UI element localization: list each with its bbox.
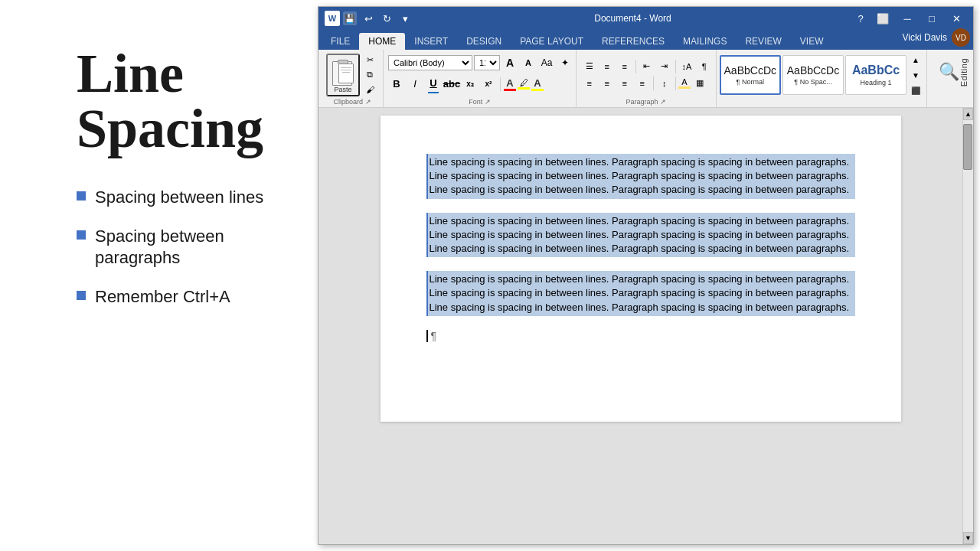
tab-page-layout[interactable]: PAGE LAYOUT <box>511 33 593 50</box>
paste-icon <box>331 57 355 86</box>
styles-scroll-up-button[interactable]: ▲ <box>908 53 923 67</box>
decrease-font-button[interactable]: A <box>520 54 537 71</box>
title-bar: W 💾 ↩ ↻ ▾ Document4 - Word ? ⬜ ─ □ ✕ <box>318 7 973 30</box>
tab-insert[interactable]: INSERT <box>405 33 457 50</box>
font-size-selector[interactable]: 11 <box>474 55 500 70</box>
style-heading1-button[interactable]: AaBbCc Heading 1 <box>845 55 906 95</box>
tab-design[interactable]: DESIGN <box>457 33 511 50</box>
subscript-button[interactable]: x₂ <box>462 76 479 93</box>
minimize-button[interactable]: ─ <box>897 10 918 27</box>
multilevel-button[interactable]: ≡ <box>616 59 633 74</box>
underline-button[interactable]: U <box>425 74 442 91</box>
redo-button[interactable]: ↻ <box>378 10 395 27</box>
cursor-paragraph-marker: ¶ <box>431 330 437 342</box>
tab-home[interactable]: HOME <box>359 33 405 50</box>
close-button[interactable]: ✕ <box>946 10 967 27</box>
scrollbar[interactable]: ▲ ▼ <box>962 108 973 544</box>
editing-label: Editing <box>959 58 969 86</box>
numbering-button[interactable]: ≡ <box>599 59 616 74</box>
styles-arrow-group: ▲ ▼ ⬛ <box>908 53 923 97</box>
paragraph-group-label: Paragraph ↗ <box>577 98 716 106</box>
undo-button[interactable]: ↩ <box>360 10 377 27</box>
doc-page: Line spacing is spacing in between lines… <box>381 116 901 422</box>
ribbon-toolbar: Paste ✂ ⧉ 🖌 Clipboard ↗ Calibri (Body) <box>318 50 973 108</box>
scroll-up-button[interactable]: ▲ <box>963 108 973 120</box>
format-painter-button[interactable]: 🖌 <box>361 83 378 96</box>
tab-review[interactable]: REVIEW <box>736 33 790 50</box>
tab-file[interactable]: FILE <box>322 33 359 50</box>
tab-mailings[interactable]: MAILINGS <box>674 33 736 50</box>
borders-button[interactable]: ▦ <box>691 76 708 91</box>
copy-button[interactable]: ⧉ <box>361 68 378 82</box>
tab-references[interactable]: REFERENCES <box>593 33 674 50</box>
editing-group: 🔍 Editing <box>927 50 970 107</box>
scroll-down-button[interactable]: ▼ <box>963 532 973 544</box>
bold-button[interactable]: B <box>388 76 405 93</box>
styles-more-button[interactable]: ⬛ <box>908 83 923 97</box>
cut-button[interactable]: ✂ <box>361 54 378 67</box>
scrollbar-thumb[interactable] <box>963 124 972 170</box>
increase-font-button[interactable]: A <box>501 54 518 71</box>
change-case-button[interactable]: Aa <box>538 54 555 71</box>
styles-scroll-down-button[interactable]: ▼ <box>908 68 923 82</box>
scrollbar-track[interactable] <box>963 120 973 532</box>
save-button[interactable]: 💾 <box>343 11 357 25</box>
user-info: Vicki Davis VD <box>903 28 970 50</box>
text-color-button[interactable]: A <box>504 77 516 91</box>
font-name-selector[interactable]: Calibri (Body) <box>388 55 472 70</box>
shading-button[interactable]: A <box>678 77 691 89</box>
paragraph-row-1: ☰ ≡ ≡ ⇤ ⇥ ↕A ¶ <box>581 59 713 74</box>
line-spacing-button[interactable]: ↕ <box>656 76 673 91</box>
list-item: Remember Ctrl+A <box>77 286 295 308</box>
ribbon-toggle-button[interactable]: ⬜ <box>872 10 893 27</box>
bullet-square-icon <box>77 230 86 240</box>
style-normal-button[interactable]: AaBbCcDc ¶ Normal <box>720 55 781 95</box>
align-right-button[interactable]: ≡ <box>616 76 633 91</box>
strikethrough-button[interactable]: abc <box>443 76 460 93</box>
paragraph-1-selected: Line spacing is spacing in between lines… <box>426 154 855 199</box>
paragraph-2-selected: Line spacing is spacing in between lines… <box>426 213 855 258</box>
paste-label: Paste <box>334 86 351 93</box>
tab-view[interactable]: VIEW <box>791 33 833 50</box>
paragraph-3-selected: Line spacing is spacing in between lines… <box>426 271 855 316</box>
style-nospace-label: ¶ No Spac... <box>794 78 831 86</box>
paragraph-group: ☰ ≡ ≡ ⇤ ⇥ ↕A ¶ ≡ ≡ ≡ ≡ ↕ <box>577 50 717 107</box>
list-item: Spacing between lines <box>77 187 295 209</box>
style-nospace-preview: AaBbCcDc <box>787 64 839 77</box>
font-group: Calibri (Body) 11 A A Aa ✦ B I U <box>384 50 577 107</box>
superscript-button[interactable]: x² <box>480 76 497 93</box>
style-normal-preview: AaBbCcDc <box>724 64 776 77</box>
italic-button[interactable]: I <box>407 76 423 93</box>
paste-button[interactable]: Paste <box>326 54 360 96</box>
page-title: LineSpacing <box>77 46 295 156</box>
ribbon-tabs: FILE HOME INSERT DESIGN PAGE LAYOUT REFE… <box>318 30 973 50</box>
word-window: W 💾 ↩ ↻ ▾ Document4 - Word ? ⬜ ─ □ ✕ FIL… <box>318 6 974 545</box>
help-button[interactable]: ? <box>852 10 869 27</box>
increase-indent-button[interactable]: ⇥ <box>656 59 673 74</box>
customize-button[interactable]: ▾ <box>397 10 413 27</box>
text-highlight-color-button[interactable]: A <box>531 77 544 91</box>
bullet-text-2: Spacing between paragraphs <box>95 226 295 269</box>
doc-scroll-area[interactable]: Line spacing is spacing in between lines… <box>318 108 962 544</box>
align-center-button[interactable]: ≡ <box>599 76 616 91</box>
style-nospace-button[interactable]: AaBbCcDc ¶ No Spac... <box>782 55 844 95</box>
align-left-button[interactable]: ≡ <box>581 76 598 91</box>
bullets-button[interactable]: ☰ <box>581 59 598 74</box>
bullet-text-1: Spacing between lines <box>95 187 263 209</box>
clear-format-button[interactable]: ✦ <box>557 54 573 71</box>
word-app-icon: W <box>325 11 340 26</box>
list-item: Spacing between paragraphs <box>77 226 295 269</box>
font-group-label: Font ↗ <box>384 98 576 106</box>
sort-button[interactable]: ↕A <box>678 59 695 74</box>
document-area: Line spacing is spacing in between lines… <box>318 108 973 544</box>
justify-button[interactable]: ≡ <box>634 76 651 91</box>
clipboard-label: Clipboard ↗ <box>322 98 383 106</box>
bullet-square-icon <box>77 291 86 300</box>
clipboard-content: Paste ✂ ⧉ 🖌 <box>326 53 378 96</box>
restore-button[interactable]: □ <box>921 10 942 27</box>
highlight-button[interactable]: 🖊 <box>518 78 530 90</box>
show-marks-button[interactable]: ¶ <box>696 59 713 74</box>
decrease-indent-button[interactable]: ⇤ <box>639 59 655 74</box>
font-format-row: B I U abc x₂ x² A 🖊 <box>388 74 573 93</box>
style-heading1-label: Heading 1 <box>860 79 891 86</box>
